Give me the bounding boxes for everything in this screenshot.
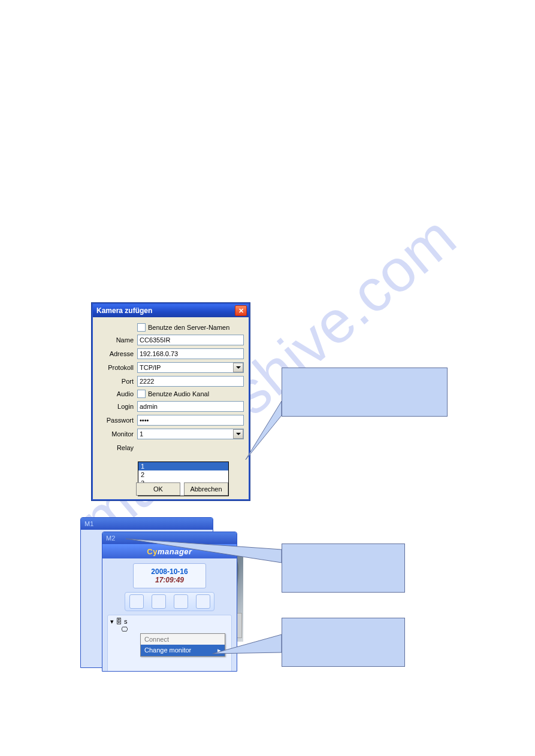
toolbar — [125, 592, 214, 611]
brand-prefix: Cy — [147, 547, 158, 556]
address-label: Adresse — [98, 350, 137, 357]
checkbox-icon — [137, 323, 146, 332]
audio-label: Audio — [98, 390, 137, 397]
login-input[interactable] — [137, 401, 244, 412]
protocol-value: TCP/IP — [140, 364, 161, 371]
dialog-title: Kamera zufügen — [96, 306, 152, 315]
camera-icon[interactable] — [152, 594, 166, 609]
monitor-option-1[interactable]: 1 — [138, 462, 228, 470]
password-label: Passwort — [98, 417, 137, 424]
login-label: Login — [98, 403, 137, 410]
cancel-button[interactable]: Abbrechen — [184, 482, 228, 496]
use-server-name-label: Benutze den Server-Namen — [148, 324, 229, 331]
address-input[interactable] — [137, 348, 244, 359]
window-m1-title: M1 — [81, 518, 213, 530]
name-input[interactable] — [137, 335, 244, 345]
chevron-down-icon — [233, 429, 243, 439]
port-label: Port — [98, 378, 137, 385]
tree-item[interactable]: 🖵 — [110, 626, 229, 633]
monitor-select[interactable]: 1 — [137, 429, 244, 439]
monitor-value: 1 — [140, 430, 143, 438]
dialog-titlebar: Kamera zufügen ✕ — [93, 304, 249, 317]
password-input[interactable] — [137, 415, 244, 426]
window-m2-title: M2 — [102, 532, 237, 544]
window-m2: M2 Cymanager 2008-10-16 17:09:49 ▾ 🗄 s 🖵… — [102, 532, 237, 672]
callout-window-m2 — [282, 544, 405, 593]
relay-label: Relay — [98, 444, 137, 451]
date-label: 2008-10-16 — [151, 567, 188, 576]
heart-icon[interactable] — [129, 594, 144, 609]
menu-connect[interactable]: Connect — [141, 634, 225, 645]
menu-change-monitor[interactable]: Change monitor ▸ — [141, 645, 225, 656]
protocol-label: Protokoll — [98, 364, 137, 371]
brand-rest: manager — [158, 547, 192, 556]
monitor-option-2[interactable]: 2 — [138, 470, 228, 479]
chevron-down-icon — [233, 363, 243, 372]
port-input[interactable] — [137, 376, 244, 387]
app-screenshot: M1 M2 Cymanager 2008-10-16 17:09:49 ▾ 🗄 … — [80, 517, 238, 670]
callout-change-monitor — [282, 618, 405, 667]
context-menu: Connect Change monitor ▸ — [140, 633, 225, 657]
monitor-label: Monitor — [98, 430, 137, 438]
device-tree[interactable]: ▾ 🗄 s 🖵 Connect Change monitor ▸ — [107, 615, 232, 672]
close-icon[interactable]: ✕ — [235, 305, 247, 316]
time-label: 17:09:49 — [155, 576, 184, 584]
checkbox-icon — [137, 390, 146, 398]
ok-button[interactable]: OK — [136, 482, 180, 496]
settings-icon[interactable] — [196, 594, 210, 609]
use-server-name-checkbox[interactable]: Benutze den Server-Namen — [137, 323, 229, 332]
submenu-arrow-icon: ▸ — [217, 646, 221, 654]
date-time-panel: 2008-10-16 17:09:49 — [133, 563, 206, 588]
audio-value-label: Benutze Audio Kanal — [148, 390, 209, 397]
tree-root[interactable]: ▾ 🗄 s — [110, 618, 229, 626]
add-camera-dialog: Kamera zufügen ✕ Benutze den Server-Name… — [92, 303, 250, 500]
spectrum-icon[interactable] — [174, 594, 188, 609]
app-brand: Cymanager — [102, 544, 237, 558]
audio-checkbox[interactable]: Benutze Audio Kanal — [137, 390, 209, 398]
menu-change-monitor-label: Change monitor — [144, 646, 191, 654]
name-label: Name — [98, 336, 137, 344]
svg-marker-0 — [246, 401, 282, 460]
callout-monitor-select — [282, 368, 448, 417]
protocol-select[interactable]: TCP/IP — [137, 362, 244, 373]
